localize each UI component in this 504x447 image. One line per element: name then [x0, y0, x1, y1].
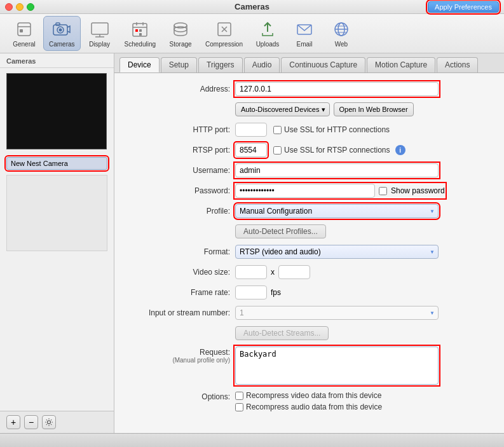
rtsp-port-row: RTSP port: Use SSL for RTSP connections …: [127, 143, 491, 157]
format-select-wrapper: RTSP (video and audio): [235, 245, 439, 259]
options-checkboxes: Recompress video data from this device R…: [235, 391, 382, 411]
recompress-video-row: Recompress video data from this device: [235, 391, 382, 400]
toolbar: General Cameras Display Scheduling Stora…: [0, 14, 504, 53]
sidebar-footer: + −: [0, 411, 114, 433]
tab-triggers[interactable]: Triggers: [198, 57, 243, 72]
toolbar-general[interactable]: General: [6, 16, 42, 51]
http-port-input[interactable]: [235, 123, 267, 137]
remove-camera-button[interactable]: −: [24, 415, 38, 429]
toolbar-compression-label: Compression: [205, 41, 243, 48]
auto-discovered-row: Auto-Discovered Devices ▾ Open In Web Br…: [235, 102, 491, 116]
uploads-icon: [257, 19, 278, 39]
auto-discovered-button[interactable]: Auto-Discovered Devices ▾: [235, 102, 330, 116]
username-label: Username:: [127, 166, 235, 175]
svg-rect-14: [135, 29, 138, 32]
tab-continuous-capture[interactable]: Continuous Capture: [281, 57, 365, 72]
video-size-width[interactable]: [235, 265, 267, 279]
tab-motion-capture[interactable]: Motion Capture: [367, 57, 435, 72]
recompress-audio-row: Recompress audio data from this device: [235, 402, 382, 411]
frame-rate-label: Frame rate:: [127, 288, 235, 297]
ssl-http-row: Use SSL for HTTP connections: [273, 125, 390, 134]
toolbar-scheduling[interactable]: Scheduling: [119, 16, 161, 51]
cameras-icon: [51, 19, 72, 39]
toolbar-storage[interactable]: Storage: [163, 16, 198, 51]
sidebar: Cameras New Nest Camera + −: [0, 53, 114, 433]
auto-detect-profiles-button[interactable]: Auto-Detect Profiles...: [235, 224, 326, 238]
format-select[interactable]: RTSP (video and audio): [235, 245, 439, 259]
fps-label: fps: [267, 288, 281, 297]
sidebar-title: Cameras: [0, 53, 114, 68]
close-button[interactable]: [5, 3, 13, 11]
minimize-button[interactable]: [16, 3, 24, 11]
auto-detect-streams-button[interactable]: Auto-Detect Streams...: [235, 326, 329, 340]
tab-actions[interactable]: Actions: [437, 57, 478, 72]
maximize-button[interactable]: [27, 3, 34, 11]
username-wrapper: [235, 163, 439, 177]
open-web-browser-button[interactable]: Open In Web Browser: [334, 102, 414, 116]
camera-preview: [6, 73, 107, 149]
toolbar-uploads[interactable]: Uploads: [250, 16, 285, 51]
svg-rect-2: [20, 29, 23, 32]
show-password-checkbox[interactable]: [379, 187, 387, 195]
svg-rect-7: [92, 23, 108, 34]
recompress-video-checkbox[interactable]: [235, 392, 243, 400]
format-row: Format: RTSP (video and audio): [127, 245, 491, 259]
input-stream-row: Input or stream number: 1: [127, 306, 491, 320]
toolbar-email-label: Email: [296, 41, 312, 48]
tab-device[interactable]: Device: [119, 57, 160, 72]
window-title: Cameras: [235, 2, 269, 11]
web-icon: [331, 19, 351, 39]
rtsp-port-input[interactable]: [235, 143, 267, 157]
request-sub-label: (Manual profile only): [127, 357, 230, 364]
compression-icon: [214, 19, 235, 39]
show-password-label: Show password: [391, 186, 445, 195]
device-form: Address: Auto-Discovered Devices ▾ Open …: [114, 73, 504, 433]
svg-rect-16: [139, 33, 142, 36]
add-camera-button[interactable]: +: [6, 415, 20, 429]
svg-rect-6: [56, 23, 60, 25]
username-row: Username:: [127, 163, 491, 177]
password-wrapper: Show password: [235, 184, 445, 198]
auto-detect-profiles-row: Auto-Detect Profiles...: [235, 224, 491, 238]
input-stream-select[interactable]: 1: [235, 306, 439, 320]
recompress-audio-checkbox[interactable]: [235, 403, 243, 411]
profile-select[interactable]: Manual Configuration: [235, 204, 439, 218]
toolbar-general-label: General: [13, 41, 36, 48]
toolbar-scheduling-label: Scheduling: [125, 41, 156, 48]
address-input[interactable]: [235, 82, 439, 96]
video-size-height[interactable]: [278, 265, 310, 279]
toolbar-display[interactable]: Display: [82, 16, 118, 51]
svg-point-5: [59, 29, 62, 32]
camera-list-item[interactable]: New Nest Camera: [6, 157, 107, 170]
apply-preferences-button[interactable]: Apply Preferences: [428, 1, 499, 13]
toolbar-compression[interactable]: Compression: [200, 16, 249, 51]
toolbar-uploads-label: Uploads: [256, 41, 280, 48]
request-label-group: Request: (Manual profile only): [127, 347, 235, 364]
profile-select-wrapper: Manual Configuration: [235, 204, 439, 218]
ssl-rtsp-checkbox[interactable]: [273, 146, 282, 155]
camera-settings-button[interactable]: [42, 415, 56, 429]
tab-bar: Device Setup Triggers Audio Continuous C…: [114, 53, 504, 73]
ssl-rtsp-row: Use SSL for RTSP connections: [273, 146, 390, 155]
toolbar-email[interactable]: Email: [287, 16, 322, 51]
password-input[interactable]: [235, 184, 375, 198]
info-icon[interactable]: i: [395, 145, 405, 155]
svg-point-26: [48, 421, 51, 424]
frame-rate-input[interactable]: [235, 285, 267, 299]
toolbar-cameras-label: Cameras: [49, 41, 75, 48]
toolbar-cameras[interactable]: Cameras: [43, 16, 81, 51]
sidebar-spacer: [0, 254, 114, 411]
profile-label: Profile:: [127, 207, 235, 216]
options-row: Options: Recompress video data from this…: [127, 391, 491, 411]
address-label: Address:: [127, 85, 235, 93]
title-bar: Cameras Apply Preferences: [0, 0, 504, 14]
frame-rate-row: Frame rate: fps: [127, 285, 491, 299]
video-size-separator: x: [267, 268, 278, 277]
tab-setup[interactable]: Setup: [161, 57, 197, 72]
tab-audio[interactable]: Audio: [244, 57, 280, 72]
ssl-http-checkbox[interactable]: [273, 126, 282, 134]
address-row: Address:: [127, 82, 491, 96]
request-textarea[interactable]: Backyard: [235, 347, 439, 385]
toolbar-web[interactable]: Web: [324, 16, 359, 51]
username-input[interactable]: [235, 163, 439, 177]
